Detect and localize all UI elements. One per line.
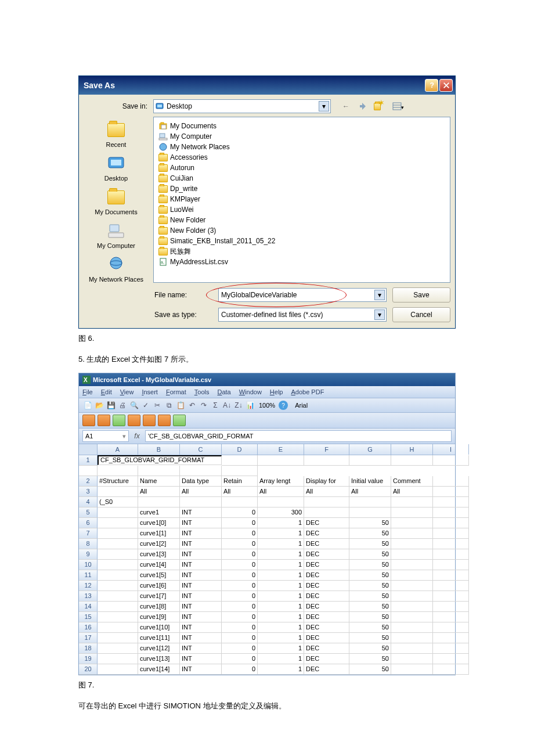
places-recent[interactable]: Recent bbox=[84, 120, 149, 148]
table-row[interactable]: 4(_S0 bbox=[79, 497, 455, 507]
column-header[interactable]: C bbox=[180, 444, 222, 455]
preview-icon[interactable]: 🔍 bbox=[129, 400, 139, 411]
column-header[interactable]: F bbox=[304, 444, 349, 455]
column-header[interactable]: E bbox=[258, 444, 304, 455]
paste-icon[interactable]: 📋 bbox=[175, 400, 186, 411]
menu-item[interactable]: View bbox=[120, 388, 134, 395]
list-item[interactable]: Accessories bbox=[158, 152, 445, 163]
table-row[interactable]: 16curve1[10]INT01DEC50 bbox=[79, 622, 455, 633]
table-row[interactable]: 5curve1INT0300 bbox=[79, 507, 455, 518]
menu-item[interactable]: Insert bbox=[142, 388, 158, 395]
chart-icon[interactable]: 📊 bbox=[245, 400, 255, 411]
copy-icon[interactable]: ⧉ bbox=[164, 400, 174, 411]
table-row[interactable]: 13curve1[7]INT01DEC50 bbox=[79, 591, 455, 602]
new-folder-button[interactable]: ✶ bbox=[374, 100, 388, 113]
new-icon[interactable]: 📄 bbox=[82, 400, 93, 411]
zoom-combo[interactable]: 100% bbox=[259, 402, 275, 409]
list-item[interactable]: Dp_write bbox=[158, 183, 445, 194]
table-row[interactable]: 3AllAllAllAllAllAllAll bbox=[79, 487, 455, 497]
filename-input[interactable]: MyGlobalDeviceVariable▾ bbox=[218, 288, 387, 302]
tb2-icon-2[interactable] bbox=[98, 415, 110, 426]
formula-bar[interactable]: 'CF_SB_GLOBVAR_GRID_FORMAT bbox=[145, 430, 452, 442]
back-button[interactable]: ← bbox=[339, 100, 353, 113]
column-header[interactable]: B bbox=[138, 444, 180, 455]
places-mydocs[interactable]: My Documents bbox=[84, 188, 149, 215]
tb2-icon-5[interactable] bbox=[143, 415, 156, 426]
excel-toolbar[interactable]: 📄 📂 💾 🖨 🔍 ✓ ✂ ⧉ 📋 ↶ ↷ Σ A↓ Z↓ 📊 100% ? A… bbox=[79, 398, 455, 412]
table-row[interactable]: 18curve1[12]INT01DEC50 bbox=[79, 643, 455, 654]
menu-item[interactable]: Data bbox=[217, 388, 230, 395]
list-item[interactable]: a,MyAddressList.csv bbox=[158, 257, 445, 267]
column-header[interactable]: D bbox=[222, 444, 258, 455]
up-button[interactable] bbox=[356, 100, 370, 113]
places-mycomputer[interactable]: My Computer bbox=[84, 221, 149, 249]
help-button[interactable]: ? bbox=[425, 79, 438, 92]
save-button[interactable]: Save bbox=[392, 287, 450, 303]
list-item[interactable]: KMPlayer bbox=[158, 194, 445, 204]
table-row[interactable]: 9curve1[3]INT01DEC50 bbox=[79, 549, 455, 560]
close-button[interactable] bbox=[439, 79, 453, 92]
cut-icon[interactable]: ✂ bbox=[152, 400, 163, 411]
column-header[interactable]: H bbox=[391, 444, 433, 455]
table-row[interactable]: 17curve1[11]INT01DEC50 bbox=[79, 633, 455, 643]
open-icon[interactable]: 📂 bbox=[94, 400, 104, 411]
undo-icon[interactable]: ↶ bbox=[187, 400, 197, 411]
excel-menubar[interactable]: FileEditViewInsertFormatToolsDataWindowH… bbox=[79, 386, 455, 398]
table-row[interactable]: 10curve1[4]INT01DEC50 bbox=[79, 560, 455, 570]
menu-item[interactable]: Tools bbox=[194, 388, 210, 395]
table-row[interactable]: 2#StructureNameData typeRetainArray leng… bbox=[79, 476, 455, 487]
table-row[interactable]: 7curve1[1]INT01DEC50 bbox=[79, 528, 455, 539]
menu-item[interactable]: Adobe PDF bbox=[291, 388, 324, 395]
list-item[interactable]: My Network Places bbox=[158, 142, 445, 152]
places-network[interactable]: My Network Places bbox=[84, 255, 149, 283]
sort-asc-icon[interactable]: A↓ bbox=[222, 400, 232, 411]
list-item[interactable]: My Computer bbox=[158, 131, 445, 142]
save-icon[interactable]: 💾 bbox=[106, 400, 116, 411]
table-row[interactable]: 1CF_SB_GLOBVAR_GRID_FORMAT bbox=[79, 455, 455, 476]
tb2-icon-6[interactable] bbox=[158, 415, 171, 426]
column-header[interactable]: I bbox=[433, 444, 469, 455]
font-combo[interactable]: Arial bbox=[295, 402, 308, 409]
table-row[interactable]: 8curve1[2]INT01DEC50 bbox=[79, 539, 455, 549]
menu-item[interactable]: Edit bbox=[101, 388, 112, 395]
sum-icon[interactable]: Σ bbox=[210, 400, 221, 411]
redo-icon[interactable]: ↷ bbox=[199, 400, 209, 411]
tb2-icon-1[interactable] bbox=[82, 415, 95, 426]
savein-combo[interactable]: Desktop ▾ bbox=[153, 99, 331, 113]
help-icon[interactable]: ? bbox=[279, 401, 288, 410]
name-box[interactable]: A1▾ bbox=[82, 430, 129, 442]
savetype-combo[interactable]: Customer-defined list files (*.csv)▾ bbox=[218, 308, 387, 322]
column-header[interactable]: A bbox=[98, 444, 138, 455]
fx-icon[interactable]: fx bbox=[132, 432, 142, 440]
column-header[interactable] bbox=[79, 444, 98, 455]
places-desktop[interactable]: Desktop bbox=[84, 154, 149, 182]
list-item[interactable]: 民族舞 bbox=[158, 246, 445, 257]
list-item[interactable]: CuiJian bbox=[158, 173, 445, 183]
views-button[interactable]: ▾ bbox=[391, 100, 405, 113]
cancel-button[interactable]: Cancel bbox=[392, 307, 450, 322]
menu-item[interactable]: File bbox=[82, 388, 93, 395]
file-list[interactable]: My DocumentsMy ComputerMy Network Places… bbox=[153, 117, 450, 283]
excel-grid[interactable]: ABCDEFGHI 1CF_SB_GLOBVAR_GRID_FORMAT2#St… bbox=[79, 444, 455, 675]
table-row[interactable]: 14curve1[8]INT01DEC50 bbox=[79, 602, 455, 612]
list-item[interactable]: Simatic_EKB_Install_2011_05_22 bbox=[158, 236, 445, 246]
menu-item[interactable]: Help bbox=[270, 388, 283, 395]
column-header[interactable]: G bbox=[349, 444, 391, 455]
menu-item[interactable]: Format bbox=[166, 388, 186, 395]
spell-icon[interactable]: ✓ bbox=[140, 400, 151, 411]
table-row[interactable]: 6curve1[0]INT01DEC50 bbox=[79, 518, 455, 528]
list-item[interactable]: New Folder bbox=[158, 215, 445, 225]
table-row[interactable]: 12curve1[6]INT01DEC50 bbox=[79, 581, 455, 591]
table-row[interactable]: 19curve1[13]INT01DEC50 bbox=[79, 654, 455, 664]
excel-toolbar-2[interactable] bbox=[79, 412, 455, 428]
list-item[interactable]: Autorun bbox=[158, 163, 445, 173]
table-row[interactable]: 20curve1[14]INT01DEC50 bbox=[79, 664, 455, 675]
list-item[interactable]: New Folder (3) bbox=[158, 225, 445, 236]
list-item[interactable]: LuoWei bbox=[158, 204, 445, 215]
table-row[interactable]: 15curve1[9]INT01DEC50 bbox=[79, 612, 455, 622]
tb2-icon-7[interactable] bbox=[173, 415, 186, 426]
list-item[interactable]: My Documents bbox=[158, 121, 445, 131]
tb2-icon-3[interactable] bbox=[113, 415, 125, 426]
table-row[interactable]: 11curve1[5]INT01DEC50 bbox=[79, 570, 455, 581]
menu-item[interactable]: Window bbox=[239, 388, 262, 395]
